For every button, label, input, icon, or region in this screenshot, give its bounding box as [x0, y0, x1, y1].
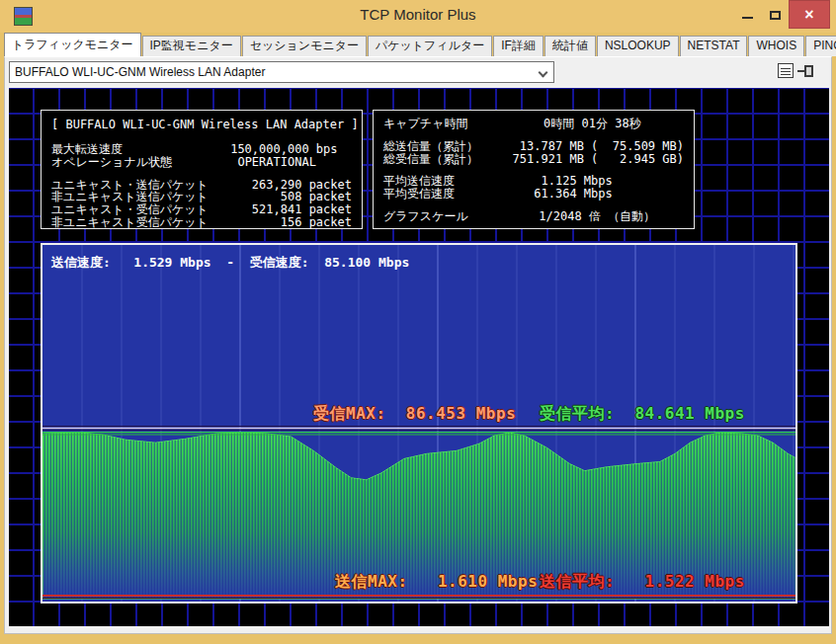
tab-トラフィックモニター[interactable]: トラフィックモニター — [4, 33, 141, 56]
stat-value: 751.921 MB ( 2.945 GB) — [513, 153, 684, 166]
stat-label: キャプチャ時間 — [383, 118, 467, 130]
tab-page: BUFFALO WLI-UC-GNM Wireless LAN Adapter … — [4, 56, 832, 634]
tab-パケットフィルター[interactable]: パケットフィルター — [368, 36, 492, 56]
capture-stats: キャプチャ時間0時間 01分 38秒 総送信量（累計）13.787 MB ( 7… — [383, 118, 684, 223]
stat-value: 1/2048 倍 （自動） — [539, 210, 684, 223]
tab-PING[interactable]: PING — [805, 36, 836, 56]
tab-統計値[interactable]: 統計値 — [544, 36, 596, 56]
stat-row: オペレーショナル状態OPERATIONAL — [51, 156, 352, 169]
tab-NETSTAT[interactable]: NETSTAT — [680, 36, 748, 56]
stat-row: 非ユニキャスト受信パケット156 packet — [51, 216, 352, 229]
tab-IF詳細[interactable]: IF詳細 — [493, 36, 543, 56]
stat-value: OPERATIONAL — [237, 156, 352, 169]
send-avg-label: 送信平均: 1.522 Mbps — [540, 572, 745, 593]
tab-IP監視モニター[interactable]: IP監視モニター — [142, 36, 241, 56]
adapter-stats: 最大転送速度150,000,000 bps オペレーショナル状態OPERATIO… — [51, 143, 352, 229]
stat-row: グラフスケール1/2048 倍 （自動） — [383, 210, 684, 223]
send-max-label: 送信MAX: 1.610 Mbps — [335, 572, 538, 593]
recv-max-label: 受信MAX: 86.453 Mbps — [313, 404, 516, 425]
adapter-select-value: BUFFALO WLI-UC-GNM Wireless LAN Adapter — [15, 65, 265, 79]
minimize-button[interactable] — [733, 0, 761, 30]
title-bar[interactable]: TCP Monitor Plus × — [0, 0, 836, 33]
stat-label: 総受信量（累計） — [383, 153, 478, 166]
stat-value: 61.364 Mbps — [534, 188, 684, 201]
current-speed-readout: 送信速度: 1.529 Mbps - 受信速度: 85.100 Mbps — [51, 254, 409, 272]
stat-row: 総送信量（累計）13.787 MB ( 75.509 MB) — [383, 140, 684, 153]
app-window: TCP Monitor Plus × トラフィックモニターIP監視モニターセッシ… — [0, 0, 836, 644]
adapter-info-panel: [ BUFFALO WLI-UC-GNM Wireless LAN Adapte… — [41, 110, 363, 229]
stat-label: 総送信量（累計） — [383, 140, 478, 153]
monitor-client-area: [ BUFFALO WLI-UC-GNM Wireless LAN Adapte… — [9, 88, 829, 626]
tab-セッションモニター[interactable]: セッションモニター — [242, 36, 367, 56]
close-button[interactable]: × — [789, 0, 830, 29]
adapter-panel-header: [ BUFFALO WLI-UC-GNM Wireless LAN Adapte… — [51, 118, 352, 131]
capture-info-panel: キャプチャ時間0時間 01分 38秒 総送信量（累計）13.787 MB ( 7… — [373, 110, 695, 229]
stat-row: 平均受信速度61.364 Mbps — [383, 188, 684, 201]
recv-avg-label: 受信平均: 84.641 Mbps — [540, 404, 745, 425]
traffic-graph-panel: 送信速度: 1.529 Mbps - 受信速度: 85.100 Mbps 受信M… — [41, 243, 797, 604]
chevron-down-icon — [539, 68, 548, 78]
tab-NSLOOKUP[interactable]: NSLOOKUP — [597, 36, 679, 56]
stat-value: 13.787 MB ( 75.509 MB) — [520, 140, 684, 153]
close-icon: × — [804, 7, 813, 23]
window-title: TCP Monitor Plus — [0, 6, 836, 23]
tab-bar: トラフィックモニターIP監視モニターセッションモニターパケットフィルターIF詳細… — [4, 34, 836, 56]
stat-label: 非ユニキャスト受信パケット — [51, 216, 209, 229]
adapter-select[interactable]: BUFFALO WLI-UC-GNM Wireless LAN Adapter — [9, 61, 554, 83]
log-list-icon[interactable] — [778, 63, 794, 78]
stat-label: グラフスケール — [383, 210, 468, 223]
tab-WHOIS[interactable]: WHOIS — [748, 36, 804, 56]
pin-icon[interactable] — [797, 63, 815, 78]
stat-label: 最大転送速度 — [51, 143, 123, 156]
stat-label: オペレーショナル状態 — [51, 156, 172, 169]
maximize-button[interactable] — [761, 0, 789, 30]
stat-row: 総受信量（累計）751.921 MB ( 2.945 GB) — [383, 153, 684, 166]
stat-value: 156 packet — [281, 216, 352, 229]
stat-row: キャプチャ時間0時間 01分 38秒 — [383, 118, 684, 130]
traffic-graph[interactable]: 送信速度: 1.529 Mbps - 受信速度: 85.100 Mbps 受信M… — [42, 245, 795, 602]
stat-row: 最大転送速度150,000,000 bps — [51, 143, 352, 156]
stat-value: 0時間 01分 38秒 — [543, 118, 684, 130]
stat-label: 平均受信速度 — [383, 188, 455, 201]
stat-value: 150,000,000 bps — [230, 143, 352, 156]
toolbar: BUFFALO WLI-UC-GNM Wireless LAN Adapter — [5, 57, 831, 88]
